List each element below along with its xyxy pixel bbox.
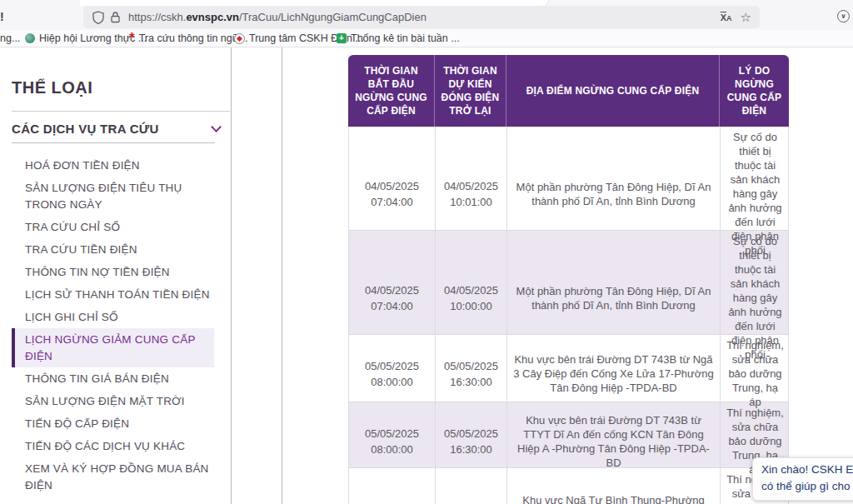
header-location: ĐỊA ĐIỂM NGỪNG CUNG CẤP ĐIỆN bbox=[506, 55, 720, 127]
globe-icon bbox=[25, 33, 35, 43]
browser-chrome: ! https://cskh.evnspc.vn/TraCuu/LichNgun… bbox=[0, 0, 853, 47]
sidebar-item-hoa-don[interactable]: HOÁ ĐƠN TIỀN ĐIỆN bbox=[12, 154, 220, 177]
header-start-time: THỜI GIAN BẮT ĐẦU NGỪNG CUNG CẤP ĐIỆN bbox=[348, 55, 435, 127]
sidebar-item-hop-dong-mua-ban[interactable]: XEM VÀ KÝ HỢP ĐỒNG MUA BÁN ĐIỆN bbox=[12, 457, 220, 497]
red-asterisk-icon: * bbox=[129, 34, 135, 42]
bookmark-label: Tra cứu thông tin ngữ... bbox=[139, 32, 248, 44]
sidebar-item-no-tien-dien[interactable]: THÔNG TIN NỢ TIỀN ĐIỆN bbox=[12, 261, 220, 283]
bookmark-label: Thống kê tin bài tuần ... bbox=[351, 32, 460, 44]
outage-schedule-table: THỜI GIAN BẮT ĐẦU NGỪNG CUNG CẤP ĐIỆN TH… bbox=[348, 55, 789, 504]
evn-logo-icon bbox=[234, 33, 245, 44]
chat-line: có thể giúp gì cho bạn bbox=[761, 478, 853, 495]
bookmark-item-tra-cuu[interactable]: * Tra cứu thông tin ngữ... bbox=[129, 32, 248, 44]
url-bar[interactable]: https://cskh.evnspc.vn/TraCuu/LichNgungG… bbox=[83, 6, 760, 28]
divider bbox=[12, 142, 215, 143]
header-end-time: THỜI GIAN DỰ KIẾN ĐÓNG ĐIỆN TRỞ LẠI bbox=[435, 55, 506, 127]
url-text[interactable]: https://cskh.evnspc.vn/TraCuu/LichNgungG… bbox=[128, 11, 721, 23]
lock-icon[interactable] bbox=[107, 9, 123, 26]
content-divider-line bbox=[282, 47, 282, 504]
page-content: THỂ LOẠI CÁC DỊCH VỤ TRA CỨU HOÁ ĐƠN TIỀ… bbox=[0, 47, 853, 504]
sidebar-item-tien-do-dich-vu-khac[interactable]: TIẾN ĐỘ CÁC DỊCH VỤ KHÁC bbox=[12, 435, 220, 457]
sidebar-item-tien-do-cap-dien[interactable]: TIẾN ĐỘ CẤP ĐIỆN bbox=[12, 412, 220, 435]
green-sheet-icon: + bbox=[337, 33, 347, 43]
table-row: 05/05/202508:00:00 05/05/202516:30:00 Kh… bbox=[349, 335, 788, 402]
url-domain: evnspc.vn bbox=[186, 11, 239, 23]
bookmark-star-icon[interactable]: ☆ bbox=[741, 11, 751, 23]
sidebar-menu: HOÁ ĐƠN TIỀN ĐIỆN SẢN LƯỢNG ĐIỆN TIÊU TH… bbox=[12, 154, 220, 497]
pocket-icon[interactable]: ∨ bbox=[837, 10, 850, 22]
sidebar-item-tra-cuu-tien-dien[interactable]: TRA CỨU TIỀN ĐIỆN bbox=[12, 238, 220, 261]
table-row: 06/05/2025 06/05/2025 Khu vực Ngã Tư Bìn… bbox=[349, 468, 788, 504]
sidebar-item-gia-ban-dien[interactable]: THÔNG TIN GIÁ BÁN ĐIỆN bbox=[12, 367, 220, 390]
url-path: /TraCuu/LichNgungGiamCungCapDien bbox=[239, 11, 426, 23]
sidebar-item-dien-mat-troi[interactable]: SẢN LƯỢNG ĐIỆN MẶT TRỜI bbox=[12, 390, 220, 412]
bookmark-item-cut[interactable]: ng... bbox=[0, 32, 20, 44]
chat-line: Xin chào! CSKH EVN bbox=[761, 462, 853, 478]
chat-greeting-bubble[interactable]: Xin chào! CSKH EVN có thể giúp gì cho bạ… bbox=[752, 457, 853, 501]
divider bbox=[12, 111, 230, 112]
sidebar-item-san-luong-ngay[interactable]: SẢN LƯỢNG ĐIỆN TIÊU THỤ TRONG NGÀY bbox=[12, 177, 220, 216]
bookmark-item-thong-ke[interactable]: + Thống kê tin bài tuần ... bbox=[337, 32, 460, 44]
cell-location: Khu vực bên trái Đường DT 743B từ Ngã 3 … bbox=[507, 335, 721, 412]
cutoff-extension-icon: ! bbox=[0, 10, 4, 23]
cell-end: 05/05/202516:30:00 bbox=[436, 335, 507, 412]
bookmarks-bar: ng... Hiệp hội Lương thực ... * Tra cứu … bbox=[0, 30, 853, 47]
cell-start: 05/05/202508:00:00 bbox=[349, 335, 436, 412]
browser-navbar: ! https://cskh.evnspc.vn/TraCuu/LichNgun… bbox=[0, 0, 853, 30]
table-row: 05/05/202508:00:00 05/05/202516:30:00 Kh… bbox=[349, 402, 788, 468]
chevron-down-icon bbox=[211, 122, 222, 132]
sidebar-title: THỂ LOẠI bbox=[12, 78, 92, 97]
cell-reason: Thí nghiệm, sửa chữa bảo dưỡng Trung, hạ… bbox=[721, 335, 790, 412]
sidebar-section-label: CÁC DỊCH VỤ TRA CỨU bbox=[12, 122, 159, 136]
sidebar-item-lich-su-thanh-toan[interactable]: LỊCH SỬ THANH TOÁN TIỀN ĐIỆN bbox=[12, 283, 220, 306]
cell-end: 06/05/2025 bbox=[436, 468, 507, 504]
bookmark-label: ng... bbox=[0, 32, 20, 44]
url-scheme: https://cskh. bbox=[128, 11, 186, 23]
table-header-row: THỜI GIAN BẮT ĐẦU NGỪNG CUNG CẤP ĐIỆN TH… bbox=[348, 55, 789, 127]
table-row: 04/05/202507:04:00 04/05/202510:00:00 Mộ… bbox=[349, 231, 788, 335]
sidebar-item-lich-ghi-chi-so[interactable]: LỊCH GHI CHỈ SỐ bbox=[12, 306, 220, 328]
header-reason: LÝ DO NGỪNG CUNG CẤP ĐIỆN bbox=[720, 55, 789, 127]
sidebar-section-header[interactable]: CÁC DỊCH VỤ TRA CỨU bbox=[12, 122, 220, 136]
cell-location: Khu vực Ngã Tư Bình Thung-Phường Tân Đôn… bbox=[507, 468, 721, 504]
translate-icon[interactable]: XA bbox=[721, 12, 732, 22]
cell-start: 06/05/2025 bbox=[349, 468, 436, 504]
sidebar-item-lich-ngung-giam[interactable]: LỊCH NGỪNG GIẢM CUNG CẤP ĐIỆN bbox=[12, 328, 214, 367]
sidebar: THỂ LOẠI CÁC DỊCH VỤ TRA CỨU HOÁ ĐƠN TIỀ… bbox=[0, 47, 231, 504]
sidebar-divider-line bbox=[231, 47, 232, 504]
table-row: 04/05/202507:04:00 04/05/202510:01:00 Mộ… bbox=[349, 127, 788, 231]
shield-icon[interactable] bbox=[90, 9, 107, 26]
sidebar-item-tra-cuu-chi-so[interactable]: TRA CỨU CHỈ SỐ bbox=[12, 216, 220, 238]
